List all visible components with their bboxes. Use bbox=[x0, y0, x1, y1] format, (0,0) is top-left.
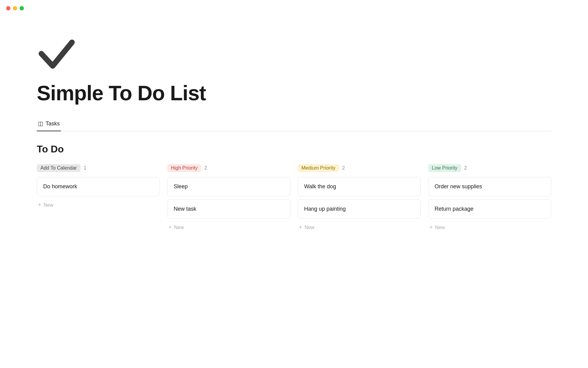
plus-icon-low-priority: + bbox=[429, 224, 433, 231]
column-badge-add-to-calendar[interactable]: Add To Calendar bbox=[37, 164, 81, 172]
minimize-button[interactable] bbox=[13, 6, 17, 10]
maximize-button[interactable] bbox=[20, 6, 24, 10]
new-task-button-medium-priority[interactable]: +New bbox=[298, 222, 421, 233]
task-card-low-priority-0[interactable]: Order new supplies bbox=[428, 177, 551, 196]
close-button[interactable] bbox=[6, 6, 10, 10]
kanban-column-medium-priority: Medium Priority2Walk the dogHang up pain… bbox=[298, 164, 421, 233]
column-header-high-priority: High Priority2 bbox=[167, 164, 290, 172]
tab-tasks-label: Tasks bbox=[46, 121, 60, 127]
new-label-medium-priority: New bbox=[305, 225, 315, 230]
page-title: Simple To Do List bbox=[37, 81, 551, 105]
kanban-column-add-to-calendar: Add To Calendar1Do homework+New bbox=[37, 164, 160, 211]
column-header-low-priority: Low Priority2 bbox=[428, 164, 551, 172]
column-count-low-priority: 2 bbox=[464, 165, 467, 171]
plus-icon-medium-priority: + bbox=[299, 224, 302, 231]
table-icon: ◫ bbox=[38, 120, 43, 127]
column-count-add-to-calendar: 1 bbox=[84, 165, 86, 171]
task-card-add-to-calendar-0[interactable]: Do homework bbox=[37, 177, 160, 196]
new-task-button-add-to-calendar[interactable]: +New bbox=[37, 199, 160, 211]
column-badge-low-priority[interactable]: Low Priority bbox=[428, 164, 461, 172]
section-title: To Do bbox=[37, 144, 551, 155]
new-label-add-to-calendar: New bbox=[44, 202, 54, 208]
kanban-board: Add To Calendar1Do homework+NewHigh Prio… bbox=[37, 164, 551, 233]
new-label-low-priority: New bbox=[435, 225, 445, 230]
column-header-medium-priority: Medium Priority2 bbox=[298, 164, 421, 172]
plus-icon-high-priority: + bbox=[168, 224, 172, 231]
tabs-bar: ◫ Tasks bbox=[37, 117, 551, 131]
plus-icon-add-to-calendar: + bbox=[38, 202, 41, 208]
kanban-column-high-priority: High Priority2SleepNew task+New bbox=[167, 164, 290, 233]
column-count-high-priority: 2 bbox=[204, 165, 207, 171]
new-task-button-low-priority[interactable]: +New bbox=[428, 222, 551, 233]
column-header-add-to-calendar: Add To Calendar1 bbox=[37, 164, 160, 172]
new-task-button-high-priority[interactable]: +New bbox=[167, 222, 290, 233]
column-badge-medium-priority[interactable]: Medium Priority bbox=[298, 164, 339, 172]
task-card-high-priority-0[interactable]: Sleep bbox=[167, 177, 290, 196]
kanban-column-low-priority: Low Priority2Order new suppliesReturn pa… bbox=[428, 164, 551, 233]
task-card-medium-priority-1[interactable]: Hang up painting bbox=[298, 199, 421, 219]
task-card-low-priority-1[interactable]: Return package bbox=[428, 199, 551, 219]
task-card-medium-priority-0[interactable]: Walk the dog bbox=[298, 177, 421, 196]
column-badge-high-priority[interactable]: High Priority bbox=[167, 164, 201, 172]
new-label-high-priority: New bbox=[174, 225, 184, 230]
column-count-medium-priority: 2 bbox=[342, 165, 345, 171]
task-card-high-priority-1[interactable]: New task bbox=[167, 199, 290, 219]
app-icon bbox=[37, 25, 551, 81]
tab-tasks[interactable]: ◫ Tasks bbox=[37, 117, 61, 131]
traffic-lights bbox=[6, 6, 24, 10]
